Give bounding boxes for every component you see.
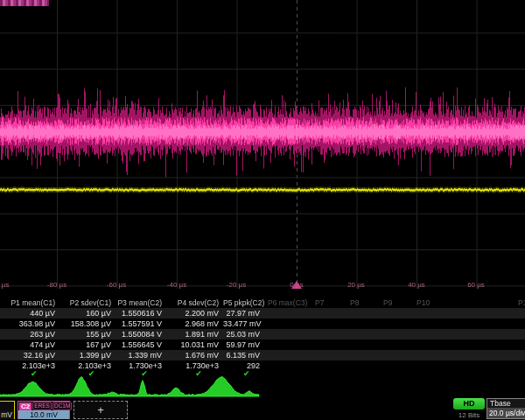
hd-mode-badge[interactable]: HD [453,398,485,410]
measurement-table-body: 440 µV160 µV1.550616 V2.200 mV27.97 mV36… [0,308,525,371]
time-axis-label: 40 µs [408,281,425,289]
measurement-cell: 1.676 mV [166,350,223,360]
time-axis-label: 20 µs [347,281,365,289]
measurement-row: 474 µV167 µV1.556645 V10.031 mV59.97 mV [0,340,525,350]
param-header-p10[interactable]: P10 [416,298,430,308]
measurement-cell: 1.399 µV [60,350,116,360]
measurement-cell: 1.550616 V [116,308,166,318]
measurement-cell: 440 µV [0,308,60,318]
channel-c2-coupling-tag: DC1M [52,402,72,410]
oscilloscope-screen: -100 µs-80 µs-60 µs-40 µs-20 µs0 µs20 µs… [0,0,525,420]
measurement-row: 32.16 µV1.399 µV1.339 mV1.676 mV6.135 mV [0,350,525,360]
measurement-row: 263 µV155 µV1.550084 V1.891 mV25.03 mV [0,329,525,340]
channel-c1-descriptor[interactable]: C1 DC1M 10.0 mV [0,401,15,419]
time-axis-label: -40 µs [167,281,186,289]
measurement-cell: 155 µV [60,329,116,340]
measurement-cell: 263 µV [0,329,60,340]
measurement-cell: 160 µV [60,308,116,318]
time-axis-label: -80 µs [47,281,66,289]
cropped-menu-fragment [0,0,49,6]
measurement-cell: 474 µV [0,340,60,350]
measurement-table: P1 mean(C1)P2 sdev(C1)P3 mean(C2)P4 sdev… [0,298,525,371]
time-axis-label: 60 µs [467,281,485,289]
trigger-position-marker[interactable] [291,281,302,289]
channel-c2-eres-tag: ERES [32,402,52,410]
measurement-row: 440 µV160 µV1.550616 V2.200 mV27.97 mV [0,308,525,318]
time-axis-label: -20 µs [227,281,246,289]
measurement-cell: 32.16 µV [0,350,60,360]
measurement-cell: 1.556645 V [116,340,166,350]
measurement-row: 2.103e+32.103e+31.730e+31.730e+3292 [0,360,525,371]
measurement-cell: 2.200 mV [166,308,223,318]
measurement-cell: 167 µV [60,340,116,350]
measurement-cell: 158.308 µV [60,318,116,329]
time-axis-labels: -100 µs-80 µs-60 µs-40 µs-20 µs0 µs20 µs… [0,281,525,290]
timebase-descriptor[interactable]: Tbase 20.0 µs/div [486,398,525,419]
time-axis-label: -60 µs [107,281,126,289]
measurement-cell: 27.97 mV [223,308,264,318]
add-trace-button[interactable]: + [74,401,128,419]
param-header-p8[interactable]: P8 [350,298,359,308]
zoom-histogram-trace-canvas [0,376,525,401]
measurement-cell: 1.891 mV [166,329,223,340]
measurement-cell: 10.031 mV [166,340,223,350]
measurement-cell: 363.98 µV [0,318,60,329]
waveform-trace-canvas [0,0,525,292]
measurement-cell: 59.97 mV [223,340,264,350]
channel-c2-vdiv: 10.0 mV [18,410,69,419]
measurement-cell: 1.557591 V [116,318,166,329]
param-header-p5[interactable]: P5 pkpk(C2) [223,298,264,308]
measurement-row: 363.98 µV158.308 µV1.557591 V2.968 mV33.… [0,318,525,329]
measurement-cell: 1.339 mV [116,350,166,360]
param-header-p4[interactable]: P4 sdev(C2) [166,298,223,308]
channel-c1-vdiv: 10.0 mV [0,410,14,419]
param-header-p11[interactable]: P11 [518,298,525,308]
timebase-value: 20.0 µs/div [487,408,525,418]
measurement-table-header: P1 mean(C1)P2 sdev(C1)P3 mean(C2)P4 sdev… [0,298,525,308]
time-axis-label: -100 µs [0,281,9,289]
measurement-cell: 25.03 mV [223,329,264,340]
measurement-cell: 33.477 mV [223,318,264,329]
param-header-p7[interactable]: P7 [315,298,324,308]
param-header-p1[interactable]: P1 mean(C1) [0,298,60,308]
waveform-grid: -100 µs-80 µs-60 µs-40 µs-20 µs0 µs20 µs… [0,0,525,292]
measurement-cell: 6.135 mV [223,350,264,360]
channel-c2-title: C2 [19,402,32,410]
measurement-cell: 2.968 mV [166,318,223,329]
channel-c2-descriptor[interactable]: C2 ERES DC1M 10.0 mV [18,401,70,419]
param-header-p9[interactable]: P9 [383,298,392,308]
param-header-p3[interactable]: P3 mean(C2) [116,298,166,308]
param-header-p6[interactable]: P6 max(C3) [268,298,307,308]
timebase-title: Tbase [487,399,525,408]
measurement-cell: 1.550084 V [116,329,166,340]
param-header-p2[interactable]: P2 sdev(C1) [60,298,116,308]
bit-depth-label: 12 Bits [450,411,488,419]
